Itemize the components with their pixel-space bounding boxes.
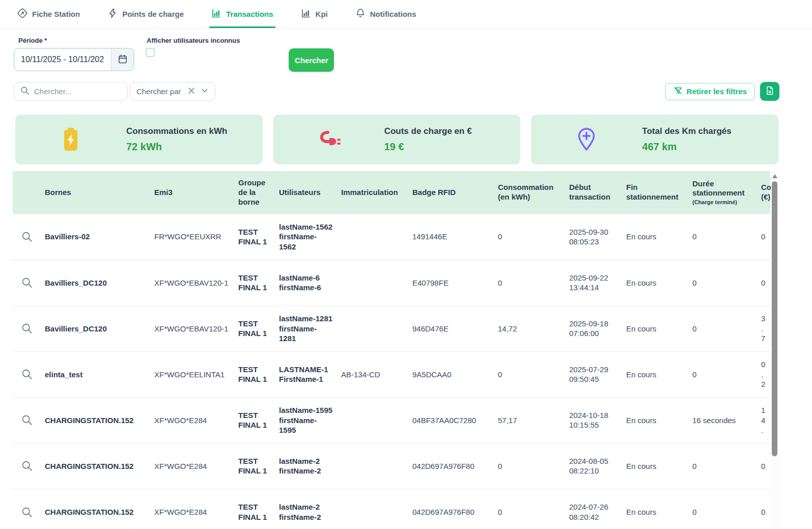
cell-bornes: Bavilliers-02 — [41, 214, 150, 260]
cell-utilisateurs: lastName-1281 firstName-1281 — [275, 305, 337, 351]
cell-badge-rfid: 042D697A976F80 — [408, 443, 494, 489]
col-couts: Couts (€) — [757, 171, 770, 214]
cell-emi3: XF*WGO*E284 — [150, 489, 234, 529]
search-submit-button[interactable]: Chercher — [289, 48, 334, 72]
search-row: Chercher par Retirer les filtres — [0, 72, 812, 101]
col-debut-transaction: Début transaction — [565, 171, 622, 214]
unknown-users-checkbox[interactable] — [146, 48, 155, 57]
map-pin-plus-icon — [531, 127, 642, 152]
card-title: Consommations en kWh — [126, 126, 263, 136]
cell-badge-rfid: 042D697A976F80 — [408, 489, 494, 529]
col-duree-subtitle: (Charge terminé) — [692, 199, 753, 206]
card-value: 72 kWh — [126, 141, 263, 153]
filter-section: Période * Afficher utilisateurs inconnus… — [0, 29, 812, 72]
cell-fin-stationnement: En cours — [622, 305, 688, 351]
cell-groupe: TEST FINAL 1 — [234, 214, 275, 260]
col-badge-rfid: Badge RFID — [408, 171, 494, 214]
transactions-table: Bornes Emi3 Groupe de la borne Utilisate… — [13, 171, 770, 529]
table-row[interactable]: CHARGINGSTATION.152 XF*WGO*E284 TEST FIN… — [13, 489, 770, 529]
tab-notifications[interactable]: Notifications — [353, 0, 418, 28]
cell-debut-transaction: 2025-09-30 08:05:23 — [565, 214, 622, 260]
cell-bornes: CHARGINGSTATION.152 — [41, 397, 150, 443]
cell-fin-stationnement: En cours — [622, 397, 688, 443]
cell-emi3: XF*WGO*EBAV120-1 — [150, 260, 234, 305]
search-icon — [20, 86, 30, 97]
col-emi3: Emi3 — [150, 171, 234, 214]
tab-kpi[interactable]: Kpi — [299, 0, 330, 28]
cell-fin-stationnement: En cours — [622, 443, 688, 489]
cell-utilisateurs: lastName-6 firstName-6 — [275, 260, 337, 305]
card-value: 19 € — [384, 141, 521, 153]
row-search-icon[interactable] — [17, 231, 37, 242]
cell-utilisateurs: LASTNAME-1 FirstName-1 — [275, 351, 337, 397]
charge-cost-card: Couts de charge en € 19 € — [273, 115, 521, 164]
tab-transactions[interactable]: Transactions — [209, 0, 275, 28]
cell-debut-transaction: 2024-08-05 08:22:10 — [565, 443, 622, 489]
row-search-icon[interactable] — [17, 323, 37, 334]
bolt-icon — [107, 8, 118, 20]
vertical-scrollbar[interactable] — [771, 171, 778, 529]
clear-icon[interactable] — [187, 87, 195, 97]
cell-groupe: TEST FINAL 1 — [234, 305, 275, 351]
export-excel-button[interactable] — [760, 82, 779, 101]
row-search-icon[interactable] — [17, 414, 37, 426]
tab-points-de-charge[interactable]: Points de charge — [105, 0, 186, 28]
cell-bornes: Bavilliers_DC120 — [41, 260, 150, 305]
cell-badge-rfid: 946D476E — [408, 305, 494, 351]
cell-duree-stationnement: 0 — [688, 351, 757, 397]
cell-duree-stationnement: 0 — [688, 489, 757, 529]
periode-input-group — [14, 48, 134, 71]
cell-actions — [13, 443, 41, 489]
table-row[interactable]: elinta_test XF*WGO*EELINTA1 TEST FINAL 1… — [13, 351, 770, 397]
bell-icon — [355, 8, 366, 20]
transactions-table-wrap: Bornes Emi3 Groupe de la borne Utilisate… — [13, 171, 778, 529]
cell-fin-stationnement: En cours — [622, 260, 688, 305]
table-row[interactable]: CHARGINGSTATION.152 XF*WGO*E284 TEST FIN… — [13, 443, 770, 489]
cell-bornes: CHARGINGSTATION.152 — [41, 443, 150, 489]
table-row[interactable]: Bavilliers_DC120 XF*WGO*EBAV120-1 TEST F… — [13, 305, 770, 351]
tab-fiche-station[interactable]: Fiche Station — [15, 0, 82, 28]
remove-filters-button[interactable]: Retirer les filtres — [665, 83, 755, 100]
chevron-down-icon[interactable] — [201, 87, 209, 97]
unknown-users-label: Afficher utilisateurs inconnus — [147, 37, 240, 44]
table-row[interactable]: Bavilliers-02 FR*WGO*EEUXRR TEST FINAL 1… — [13, 214, 770, 260]
cell-bornes: Bavilliers_DC120 — [41, 305, 150, 351]
row-search-icon[interactable] — [17, 369, 37, 380]
tab-label: Points de charge — [122, 10, 184, 18]
cell-fin-stationnement: En cours — [622, 351, 688, 397]
cell-immatriculation — [337, 305, 408, 351]
cell-duree-stationnement: 0 — [688, 214, 757, 260]
plug-icon — [273, 129, 384, 150]
cell-couts: 0 — [757, 489, 770, 529]
cell-consommation: 14,72 — [494, 305, 565, 351]
search-input[interactable] — [34, 87, 122, 96]
table-row[interactable]: CHARGINGSTATION.152 XF*WGO*E284 TEST FIN… — [13, 397, 770, 443]
row-search-icon[interactable] — [17, 460, 37, 471]
search-box — [14, 82, 128, 101]
unknown-users-field: Afficher utilisateurs inconnus — [146, 37, 240, 57]
row-search-icon[interactable] — [17, 507, 37, 518]
col-actions — [13, 171, 41, 214]
row-search-icon[interactable] — [17, 277, 37, 288]
cell-couts: 0 — [757, 214, 770, 260]
km-charged-card: Total des Km chargés 467 km — [531, 115, 778, 164]
cell-actions — [13, 397, 41, 443]
search-by-dropdown[interactable]: Chercher par — [130, 82, 215, 101]
tab-label: Fiche Station — [32, 10, 80, 18]
cell-duree-stationnement: 0 — [688, 260, 757, 305]
col-duree-title: Durée stationnement — [692, 179, 745, 198]
table-row[interactable]: Bavilliers_DC120 XF*WGO*EBAV120-1 TEST F… — [13, 260, 770, 305]
cell-badge-rfid: 04BF37AA0C7280 — [408, 397, 494, 443]
cell-emi3: XF*WGO*EELINTA1 — [150, 351, 234, 397]
calendar-button[interactable] — [111, 49, 133, 70]
table-header-row: Bornes Emi3 Groupe de la borne Utilisate… — [13, 171, 770, 214]
periode-input[interactable] — [15, 49, 111, 70]
cell-immatriculation — [337, 397, 408, 443]
cell-immatriculation: AB-134-CD — [337, 351, 408, 397]
col-fin-stationnement: Fin stationnement — [622, 171, 688, 214]
scrollbar-thumb[interactable] — [772, 181, 777, 456]
battery-bolt-icon — [15, 128, 126, 151]
scroll-up-arrow-icon[interactable] — [772, 174, 777, 178]
col-bornes: Bornes — [41, 171, 150, 214]
cell-emi3: XF*WGO*EBAV120-1 — [150, 305, 234, 351]
